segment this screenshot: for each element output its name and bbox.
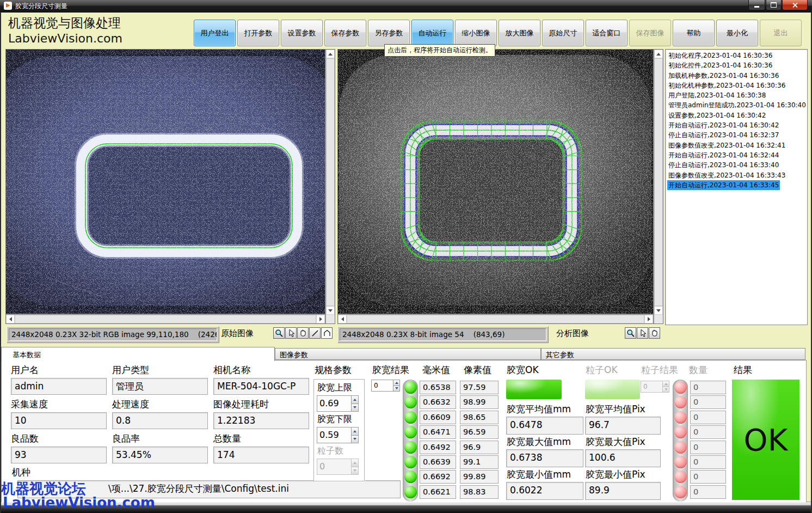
glue-upper-label: 胶宽上限 <box>317 382 352 394</box>
spin-up-button[interactable] <box>351 395 359 404</box>
spin-down-button[interactable] <box>351 435 359 444</box>
glue-result-index-value[interactable]: 0 <box>371 380 393 392</box>
magnifier-icon[interactable] <box>273 327 285 339</box>
log-list[interactable]: 初始化程序,2023-01-04 16:30:36初始化控件,2023-01-0… <box>665 49 808 325</box>
field-value[interactable]: 10 <box>11 412 107 429</box>
window-title: 胶宽分段尺寸测量 <box>15 2 67 11</box>
original-size-button[interactable]: 原始尺寸 <box>542 20 584 46</box>
scrollbar-thumb[interactable] <box>326 58 335 306</box>
log-entry[interactable]: 设置参数,2023-01-04 16:30:42 <box>667 111 767 120</box>
log-entry[interactable]: 加载机种参数,2023-01-04 16:30:36 <box>667 71 780 81</box>
spin-up-button[interactable] <box>351 427 359 435</box>
save-image-button[interactable]: 保存图像 <box>629 20 671 46</box>
spin-up-button[interactable] <box>393 380 400 386</box>
scrollbar-thumb[interactable] <box>654 58 663 306</box>
zoom-out-image-button[interactable]: 缩小图像 <box>455 20 497 46</box>
save-as-params-button[interactable]: 另存参数 <box>368 20 410 46</box>
pix-value-box: 96.9 <box>460 441 499 454</box>
zoom-in-image-button[interactable]: 放大图像 <box>499 20 540 46</box>
spin-up-button[interactable] <box>662 381 669 387</box>
hand-icon[interactable] <box>649 327 660 339</box>
horizontal-scrollbar[interactable] <box>338 315 653 323</box>
glue-result-index-spin[interactable]: 0 <box>371 380 400 392</box>
horizontal-scrollbar[interactable] <box>6 315 325 323</box>
hand-icon[interactable] <box>297 327 309 339</box>
vertical-scrollbar[interactable] <box>326 50 335 315</box>
log-entry[interactable]: 停止自动运行,2023-01-04 16:33:40 <box>667 160 780 170</box>
tab-basic-data[interactable]: 基本数据 <box>1 347 275 361</box>
log-entry[interactable]: 开始自动运行,2023-01-04 16:33:45 <box>667 180 780 190</box>
glue-upper-spin[interactable]: 0.69 <box>317 395 359 412</box>
close-button[interactable] <box>782 0 808 10</box>
minimize-app-button[interactable]: 最小化 <box>716 20 758 46</box>
glue-lower-spin[interactable]: 0.59 <box>317 427 359 443</box>
vertical-scrollbar[interactable] <box>654 50 663 315</box>
user-logout-button[interactable]: 用户登出 <box>194 20 236 46</box>
polygon-icon[interactable] <box>321 327 333 339</box>
spin-down-button[interactable] <box>351 467 359 475</box>
set-params-button[interactable]: 设置参数 <box>281 20 323 46</box>
particle-count-spin[interactable]: 0 <box>317 459 359 475</box>
particle-result-index-spin[interactable]: 0 <box>641 381 669 393</box>
magnifier-icon[interactable] <box>625 327 636 339</box>
spin-up-button[interactable] <box>351 459 359 467</box>
field-value[interactable]: 1.22183 <box>213 412 309 429</box>
tab-other-params[interactable]: 其它参数 <box>541 348 805 360</box>
maximize-button[interactable] <box>766 0 782 10</box>
field-value[interactable]: admin <box>11 378 107 395</box>
line-icon[interactable] <box>309 327 321 339</box>
basic-fields-grid: 用户名 admin 用户类型 管理员 相机名称 MER-504-10GC-P 采… <box>11 364 310 467</box>
scroll-right-button[interactable] <box>316 315 325 323</box>
log-entry[interactable]: 初始化程序,2023-01-04 16:30:36 <box>667 51 773 60</box>
analysis-image-canvas[interactable] <box>338 50 653 314</box>
field-value[interactable]: 93 <box>11 447 107 463</box>
scroll-up-button[interactable] <box>326 50 335 58</box>
glue-lower-value[interactable]: 0.59 <box>317 427 351 443</box>
arrow-down-icon <box>328 309 333 312</box>
arrow-right-icon <box>319 317 322 321</box>
glue-upper-value[interactable]: 0.69 <box>317 395 351 412</box>
scrollbar-corner <box>654 315 663 323</box>
app-window: 胶宽分段尺寸测量 机器视觉与图像处理 LabviewVision.com 用户登… <box>0 0 812 513</box>
scroll-up-button[interactable] <box>654 50 663 58</box>
log-entry[interactable]: 用户登陆,2023-01-04 16:30:38 <box>667 90 767 100</box>
open-params-button[interactable]: 打开参数 <box>237 20 279 46</box>
log-entry[interactable]: 图像参数值改变,2023-01-04 16:33:43 <box>667 170 786 180</box>
original-image-canvas[interactable] <box>6 50 325 314</box>
particle-count-value[interactable]: 0 <box>317 459 351 475</box>
log-entry[interactable]: 初始化控件,2023-01-04 16:30:36 <box>667 60 773 70</box>
help-button[interactable]: 帮助 <box>673 20 715 46</box>
field-value[interactable]: 管理员 <box>112 378 208 395</box>
spin-down-button[interactable] <box>662 387 669 393</box>
cursor-icon[interactable] <box>637 327 648 339</box>
log-entry[interactable]: 图像参数值改变,2023-01-04 16:32:41 <box>667 141 786 150</box>
scroll-left-button[interactable] <box>338 315 347 323</box>
cursor-icon[interactable] <box>285 327 297 339</box>
scrollbar-thumb[interactable] <box>347 315 644 323</box>
field-value[interactable]: 53.45% <box>112 447 208 463</box>
particle-result-index-value[interactable]: 0 <box>641 381 662 393</box>
fit-window-button[interactable]: 适合窗口 <box>586 20 628 46</box>
log-entry[interactable]: 停止自动运行,2023-01-04 16:32:37 <box>667 130 780 140</box>
save-params-button[interactable]: 保存参数 <box>324 20 366 46</box>
count-value-box: 0 <box>690 485 726 499</box>
scroll-left-button[interactable] <box>6 315 15 323</box>
auto-run-button[interactable]: 自动运行 <box>411 20 453 46</box>
log-entry[interactable]: 管理员admin登陆成功,2023-01-04 16:30:40 <box>667 100 807 110</box>
scroll-right-button[interactable] <box>644 315 653 323</box>
minimize-button[interactable] <box>748 0 765 10</box>
exit-button[interactable]: 退出 <box>760 20 802 46</box>
log-entry[interactable]: 开始自动运行,2023-01-04 16:30:42 <box>667 120 780 130</box>
log-entry[interactable]: 初始化机种参数,2023-01-04 16:30:36 <box>667 81 786 90</box>
tab-image-params[interactable]: 图像参数 <box>275 348 541 360</box>
red-led-icon <box>674 456 687 468</box>
field-value[interactable]: 174 <box>213 447 309 463</box>
field-value[interactable]: 0.8 <box>112 412 208 429</box>
scrollbar-thumb[interactable] <box>15 315 316 323</box>
spin-down-button[interactable] <box>393 386 400 392</box>
log-entry[interactable]: 开始自动运行,2023-01-04 16:32:44 <box>667 150 780 160</box>
spin-down-button[interactable] <box>351 404 359 412</box>
scroll-down-button[interactable] <box>326 306 335 315</box>
field-value[interactable]: MER-504-10GC-P <box>213 378 309 395</box>
scroll-down-button[interactable] <box>654 306 663 315</box>
